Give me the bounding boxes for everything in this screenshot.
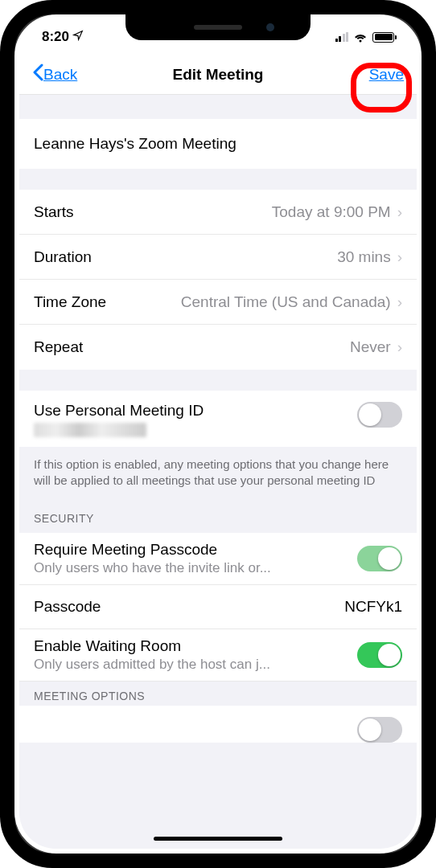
chevron-right-icon: › bbox=[397, 248, 402, 266]
meeting-options-header: MEETING OPTIONS bbox=[19, 682, 417, 706]
require-passcode-row: Require Meeting Passcode Only users who … bbox=[19, 533, 417, 585]
require-passcode-sub: Only users who have the invite link or..… bbox=[34, 560, 349, 576]
repeat-row[interactable]: Repeat Never › bbox=[19, 325, 417, 370]
chevron-right-icon: › bbox=[397, 293, 402, 311]
timezone-label: Time Zone bbox=[34, 293, 106, 311]
security-header: SECURITY bbox=[19, 504, 417, 533]
waiting-room-label: Enable Waiting Room bbox=[34, 637, 349, 655]
starts-label: Starts bbox=[34, 203, 74, 221]
passcode-row[interactable]: Passcode NCFYk1 bbox=[19, 585, 417, 629]
waiting-room-row: Enable Waiting Room Only users admitted … bbox=[19, 629, 417, 682]
chevron-right-icon: › bbox=[397, 203, 402, 221]
back-label: Back bbox=[43, 66, 77, 84]
meeting-options-row-partial bbox=[19, 706, 417, 743]
back-button[interactable]: Back bbox=[32, 63, 77, 85]
require-passcode-label: Require Meeting Passcode bbox=[34, 541, 349, 559]
duration-value: 30 mins bbox=[337, 248, 391, 266]
pmi-toggle[interactable] bbox=[357, 402, 402, 428]
pmi-footer: If this option is enabled, any meeting o… bbox=[19, 447, 417, 504]
passcode-value: NCFYk1 bbox=[344, 598, 402, 616]
waiting-room-toggle[interactable] bbox=[357, 642, 402, 668]
meeting-options-toggle[interactable] bbox=[357, 717, 402, 743]
duration-row[interactable]: Duration 30 mins › bbox=[19, 235, 417, 280]
timezone-value: Central Time (US and Canada) bbox=[181, 293, 391, 311]
wifi-icon bbox=[353, 32, 368, 43]
starts-value: Today at 9:00 PM bbox=[272, 203, 391, 221]
chevron-right-icon: › bbox=[397, 338, 402, 356]
pmi-label: Use Personal Meeting ID bbox=[34, 402, 204, 420]
require-passcode-toggle[interactable] bbox=[357, 546, 402, 571]
content-scroll[interactable]: Leanne Hays's Zoom Meeting Starts Today … bbox=[19, 95, 417, 849]
repeat-label: Repeat bbox=[34, 338, 83, 356]
passcode-label: Passcode bbox=[34, 598, 101, 616]
cellular-signal-icon bbox=[335, 32, 349, 42]
chevron-left-icon bbox=[32, 63, 43, 85]
starts-row[interactable]: Starts Today at 9:00 PM › bbox=[19, 190, 417, 235]
status-time: 8:20 bbox=[42, 29, 69, 45]
meeting-title-input[interactable]: Leanne Hays's Zoom Meeting bbox=[19, 119, 417, 169]
location-icon bbox=[72, 29, 84, 45]
pmi-value-redacted bbox=[34, 423, 146, 437]
navigation-bar: Back Edit Meeting Save bbox=[19, 55, 417, 95]
waiting-room-sub: Only users admitted by the host can j... bbox=[34, 657, 349, 673]
page-title: Edit Meeting bbox=[173, 66, 264, 84]
pmi-row: Use Personal Meeting ID bbox=[19, 391, 417, 447]
repeat-value: Never bbox=[350, 338, 391, 356]
home-indicator[interactable] bbox=[154, 837, 282, 841]
duration-label: Duration bbox=[34, 248, 92, 266]
save-button[interactable]: Save bbox=[369, 66, 404, 84]
timezone-row[interactable]: Time Zone Central Time (US and Canada) › bbox=[19, 280, 417, 325]
battery-icon bbox=[372, 32, 394, 43]
